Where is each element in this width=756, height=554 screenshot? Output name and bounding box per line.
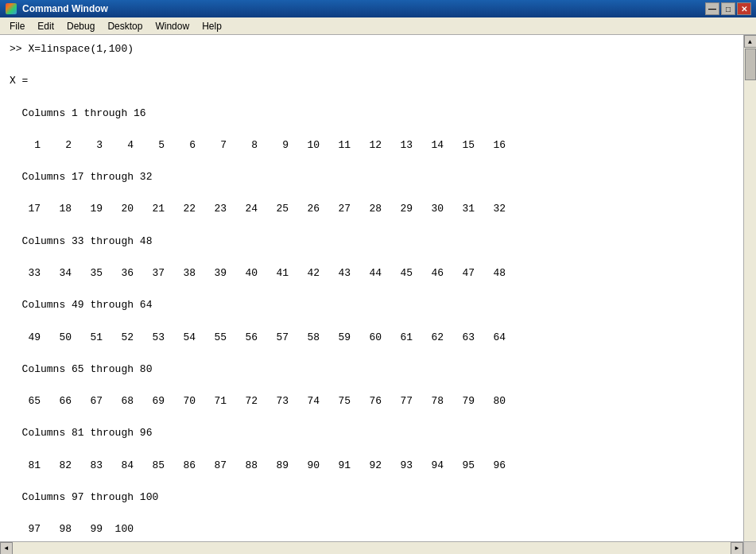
command-output: >> X=linspace(1,100) X = Columns 1 throu… — [10, 41, 734, 537]
menu-file[interactable]: File — [3, 19, 31, 33]
scrollbar-vertical: ▲ ▼ — [743, 35, 756, 554]
title-bar: Command Window — □ ✕ — [0, 0, 756, 17]
window-body: >> X=linspace(1,100) X = Columns 1 throu… — [0, 35, 756, 554]
window-title: Command Window — [22, 3, 108, 14]
scrollbar-horizontal: ◄ ► — [0, 541, 743, 554]
scroll-track-vertical[interactable] — [744, 48, 756, 541]
title-bar-left: Command Window — [5, 2, 108, 15]
close-button[interactable]: ✕ — [737, 2, 751, 15]
menu-debug[interactable]: Debug — [60, 19, 101, 33]
menu-desktop[interactable]: Desktop — [101, 19, 149, 33]
scroll-track-horizontal[interactable] — [13, 542, 731, 554]
title-controls: — □ ✕ — [705, 2, 751, 15]
scroll-up-button[interactable]: ▲ — [744, 35, 757, 48]
menu-help[interactable]: Help — [196, 19, 228, 33]
matlab-icon — [5, 2, 17, 15]
scroll-right-button[interactable]: ► — [731, 542, 743, 555]
menu-edit[interactable]: Edit — [31, 19, 60, 33]
scroll-left-button[interactable]: ◄ — [0, 542, 13, 555]
maximize-button[interactable]: □ — [721, 2, 735, 15]
scroll-thumb-vertical[interactable] — [745, 48, 756, 80]
content-area[interactable]: >> X=linspace(1,100) X = Columns 1 throu… — [0, 35, 743, 554]
menu-window[interactable]: Window — [149, 19, 196, 33]
menu-bar: File Edit Debug Desktop Window Help — [0, 17, 756, 35]
scrollbar-corner — [743, 541, 756, 554]
minimize-button[interactable]: — — [705, 2, 719, 15]
